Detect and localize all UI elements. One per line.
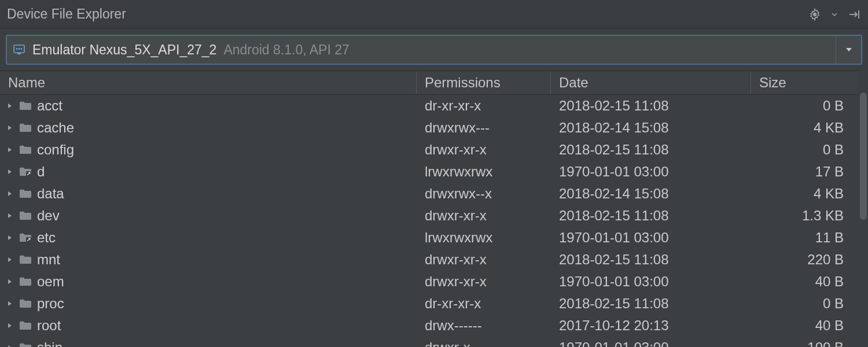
file-name: etc [37,230,56,246]
folder-icon [19,342,32,347]
cell-name[interactable]: proc [0,296,417,312]
title-actions [808,8,861,21]
col-header-permissions[interactable]: Permissions [417,71,551,94]
table-row[interactable]: devdrwxr-xr-x2018-02-15 11:081.3 KB [0,205,868,227]
cell-size: 17 B [751,164,868,180]
cell-size: 11 B [751,230,868,246]
expand-arrow-icon[interactable] [6,300,14,308]
cell-permissions: drwxrwx--x [417,186,551,202]
cell-date: 2017-10-12 20:13 [551,318,751,334]
expand-arrow-icon[interactable] [6,278,14,286]
expand-arrow-icon[interactable] [6,168,14,176]
folder-icon [19,298,32,309]
table-body: acctdr-xr-xr-x2018-02-15 11:080 Bcachedr… [0,95,868,347]
cell-name[interactable]: acct [0,98,417,114]
folder-icon [19,320,32,331]
expand-arrow-icon[interactable] [6,190,14,198]
folder-icon [19,144,32,156]
cell-date: 2018-02-14 15:08 [551,120,751,136]
cell-permissions: drwxr-xr-x [417,142,551,158]
folder-icon [19,254,32,265]
file-name: proc [37,296,64,312]
gear-icon[interactable] [808,8,822,21]
expand-arrow-icon[interactable] [6,322,14,330]
table-row[interactable]: configdrwxr-xr-x2018-02-15 11:080 B [0,139,868,161]
file-name: config [37,142,74,158]
scrollbar-track[interactable] [859,66,868,347]
device-selector-main[interactable]: Emulator Nexus_5X_API_27_2 Android 8.1.0… [7,36,836,64]
cell-permissions: drwxrwx--- [417,120,551,136]
table-row[interactable]: oemdrwxr-xr-x1970-01-01 03:0040 B [0,271,868,293]
col-header-date[interactable]: Date [551,71,751,94]
scrollbar-thumb[interactable] [860,93,867,220]
cell-date: 1970-01-01 03:00 [551,274,751,290]
device-selector[interactable]: Emulator Nexus_5X_API_27_2 Android 8.1.0… [6,35,862,65]
cell-permissions: drwxr-x--- [417,339,551,347]
cell-size: 4 KB [751,186,868,202]
expand-arrow-icon[interactable] [6,102,14,110]
file-name: cache [37,120,74,136]
hide-panel-icon[interactable] [847,8,861,21]
table-row[interactable]: cachedrwxrwx---2018-02-14 15:084 KB [0,117,868,139]
file-name: acct [37,98,62,114]
cell-name[interactable]: data [0,186,417,202]
cell-size: 4 KB [751,120,868,136]
folder-icon [19,276,32,287]
cell-date: 2018-02-15 11:08 [551,252,751,268]
cell-name[interactable]: d [0,164,417,180]
panel-title: Device File Explorer [7,6,126,22]
table-row[interactable]: acctdr-xr-xr-x2018-02-15 11:080 B [0,95,868,117]
cell-size: 0 B [751,98,868,114]
expand-arrow-icon[interactable] [6,124,14,132]
cell-date: 1970-01-01 03:00 [551,164,751,180]
cell-date: 2018-02-15 11:08 [551,296,751,312]
table-row[interactable]: mntdrwxr-xr-x2018-02-15 11:08220 B [0,249,868,271]
file-name: d [37,164,45,180]
cell-name[interactable]: oem [0,274,417,290]
folder-link-icon [19,232,32,243]
cell-date: 2018-02-15 11:08 [551,98,751,114]
cell-permissions: drwxr-xr-x [417,208,551,224]
cell-permissions: drwxr-xr-x [417,274,551,290]
cell-name[interactable]: root [0,318,417,334]
folder-link-icon [19,166,32,178]
col-header-size[interactable]: Size [751,71,868,94]
expand-arrow-icon[interactable] [6,146,14,154]
folder-icon [19,188,32,200]
cell-size: 100 B [751,339,868,347]
chevron-down-small-icon[interactable] [831,8,838,21]
col-header-name[interactable]: Name [0,71,417,94]
cell-name[interactable]: sbin [0,339,417,347]
cell-name[interactable]: etc [0,230,417,246]
table-row[interactable]: procdr-xr-xr-x2018-02-15 11:080 B [0,293,868,315]
table-row[interactable]: sbindrwxr-x---1970-01-01 03:00100 B [0,337,868,347]
table-row[interactable]: dlrwxrwxrwx1970-01-01 03:0017 B [0,161,868,183]
cell-date: 2018-02-15 11:08 [551,208,751,224]
cell-size: 40 B [751,318,868,334]
cell-date: 2018-02-15 11:08 [551,142,751,158]
table-row[interactable]: etclrwxrwxrwx1970-01-01 03:0011 B [0,227,868,249]
svg-point-2 [16,48,18,50]
file-name: oem [37,274,64,290]
svg-point-3 [19,48,20,50]
cell-date: 1970-01-01 03:00 [551,230,751,246]
cell-date: 1970-01-01 03:00 [551,339,751,347]
file-name: dev [37,208,60,224]
cell-permissions: drwxr-xr-x [417,252,551,268]
cell-name[interactable]: dev [0,208,417,224]
file-name: mnt [37,252,60,268]
cell-name[interactable]: cache [0,120,417,136]
expand-arrow-icon[interactable] [6,344,14,347]
table-header: Name Permissions Date Size [0,71,868,95]
cell-name[interactable]: mnt [0,252,417,268]
expand-arrow-icon[interactable] [6,234,14,242]
device-dropdown-button[interactable] [836,36,861,64]
table-row[interactable]: rootdrwx------2017-10-12 20:1340 B [0,315,868,337]
title-bar: Device File Explorer [0,0,868,29]
table-row[interactable]: datadrwxrwx--x2018-02-14 15:084 KB [0,183,868,205]
cell-name[interactable]: config [0,142,417,158]
expand-arrow-icon[interactable] [6,256,14,264]
svg-rect-5 [17,53,21,54]
expand-arrow-icon[interactable] [6,212,14,220]
folder-icon [19,122,32,134]
